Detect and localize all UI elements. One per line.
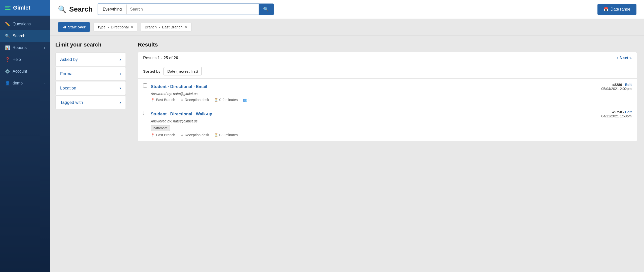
demo-icon: 👤 — [5, 81, 10, 85]
desk-icon-1: 🖥 — [180, 98, 183, 102]
result-id-2: #5750 — [612, 110, 622, 114]
result-answered-1: Answered by: nate@gimlet.us — [151, 92, 632, 96]
results-total: 26 — [174, 56, 178, 60]
search-input[interactable] — [127, 5, 259, 14]
logo-bar-3 — [5, 9, 11, 10]
filter-option-location[interactable]: Location › — [55, 81, 126, 95]
sorted-by-label: Sorted by — [143, 69, 160, 73]
result-count-1: 1 — [248, 98, 250, 102]
result-title-1[interactable]: Student · Directional · Email — [151, 84, 207, 89]
result-desk-2: Reception desk — [185, 133, 209, 137]
account-icon: ⚙️ — [5, 69, 10, 74]
demo-arrow-icon: › — [44, 81, 45, 85]
result-edit-link-2[interactable]: Edit — [625, 110, 632, 114]
result-time-2: 0-9 minutes — [219, 133, 238, 137]
result-title-2[interactable]: Student · Directional · Walk-up — [151, 112, 212, 117]
result-meta-right-1: #8280 · Edit 05/04/2021 2:02pm — [601, 83, 632, 91]
sidebar-item-demo-label: demo — [13, 81, 23, 85]
filter-option-format-label: Format — [60, 71, 74, 76]
filter-chip-branch-remove[interactable]: ✕ — [185, 25, 188, 29]
location-icon-1: 📍 — [151, 98, 155, 102]
reports-arrow-icon: › — [44, 46, 45, 50]
time-icon-1: ⏳ — [214, 98, 218, 102]
result-location-2: East Branch — [156, 133, 175, 137]
filters-panel-title: Limit your search — [55, 41, 126, 48]
filter-option-asked-by-label: Asked by — [60, 57, 78, 62]
questions-icon: ✏️ — [5, 22, 10, 26]
result-main-1: Student · Directional · Email #8280 · Ed… — [143, 83, 632, 102]
search-header-icon: 🔍 — [58, 5, 67, 14]
filter-option-tagged-with-label: Tagged with — [60, 100, 83, 105]
filter-chip-branch-label: Branch — [145, 25, 157, 29]
calendar-icon: 📅 — [603, 7, 609, 12]
result-separator-1: · — [623, 83, 625, 87]
result-date-2: 04/11/2021 1:59pm — [601, 114, 632, 118]
filter-chip-type-label: Type — [97, 25, 106, 29]
search-submit-button[interactable]: 🔍 — [259, 4, 273, 15]
logo-bar-2 — [5, 8, 9, 8]
header: 🔍 Search Everything 🔍 📅 Date range — [50, 0, 644, 19]
result-title-row-2: Student · Directional · Walk-up #5750 · … — [151, 110, 632, 118]
filter-chip-branch-arrow: › — [159, 25, 160, 29]
help-icon: ❓ — [5, 57, 10, 62]
date-range-button[interactable]: 📅 Date range — [597, 4, 636, 15]
logo-text: Gimlet — [13, 5, 30, 11]
filter-option-location-arrow: › — [119, 85, 121, 91]
filters-panel: Limit your search Asked by › Format › Lo… — [50, 35, 131, 272]
result-title-row-1: Student · Directional · Email #8280 · Ed… — [151, 83, 632, 91]
filter-option-tagged-with-arrow: › — [119, 100, 121, 105]
sorted-by-row: Sorted by Date (newest first) — [138, 64, 637, 79]
results-panel: Results Results 1 - 25 of 26 • Next » — [131, 35, 644, 272]
result-tags-2: bathroom — [151, 125, 632, 131]
filter-option-format[interactable]: Format › — [55, 67, 126, 81]
filter-option-tagged-with[interactable]: Tagged with › — [55, 96, 126, 109]
filter-option-asked-by[interactable]: Asked by › — [55, 53, 126, 66]
sidebar-item-questions[interactable]: ✏️ Questions — [0, 18, 50, 30]
sidebar-item-help-label: Help — [13, 57, 21, 62]
start-over-button[interactable]: ⏮ Start over — [58, 22, 90, 32]
sidebar-item-reports-label: Reports — [13, 46, 27, 50]
results-count-prefix: Results — [143, 56, 156, 60]
sidebar-item-help[interactable]: ❓ Help — [0, 54, 50, 65]
sidebar-item-account-label: Account — [13, 69, 27, 74]
sidebar-item-reports[interactable]: 📊 Reports › — [0, 42, 50, 54]
logo-icon — [5, 6, 11, 10]
result-body-1: Student · Directional · Email #8280 · Ed… — [151, 83, 632, 102]
sidebar-item-search[interactable]: 🔍 Search — [0, 30, 50, 42]
result-detail-location-2: 📍 East Branch — [151, 133, 175, 137]
logo-bar-1 — [5, 6, 11, 7]
result-main-2: Student · Directional · Walk-up #5750 · … — [143, 110, 632, 137]
people-icon-1: 👥 — [243, 98, 247, 102]
results-container: Results 1 - 25 of 26 • Next » Sorted by … — [138, 52, 637, 141]
sidebar-item-account[interactable]: ⚙️ Account — [0, 65, 50, 77]
result-meta-right-2: #5750 · Edit 04/11/2021 1:59pm — [601, 110, 632, 118]
result-row-2: Student · Directional · Walk-up #5750 · … — [138, 106, 637, 141]
results-next-link[interactable]: • Next » — [617, 56, 632, 60]
sorted-by-value[interactable]: Date (newest first) — [164, 67, 202, 75]
result-time-1: 0-9 minutes — [219, 98, 238, 102]
result-detail-time-2: ⏳ 0-9 minutes — [214, 133, 238, 137]
result-body-2: Student · Directional · Walk-up #5750 · … — [151, 110, 632, 137]
filter-chip-type-remove[interactable]: ✕ — [131, 25, 134, 29]
result-checkbox-2[interactable] — [143, 111, 147, 115]
result-checkbox-1[interactable] — [143, 83, 147, 87]
desk-icon-2: 🖥 — [180, 133, 183, 137]
result-details-1: 📍 East Branch 🖥 Reception desk ⏳ 0-9 min — [151, 98, 632, 102]
result-detail-count-1: 👥 1 — [243, 98, 250, 102]
result-detail-desk-1: 🖥 Reception desk — [180, 98, 209, 102]
sidebar-item-demo[interactable]: 👤 demo › — [0, 77, 50, 89]
content-area: Limit your search Asked by › Format › Lo… — [50, 35, 644, 272]
search-scope-selector[interactable]: Everything — [98, 5, 127, 14]
main-content: 🔍 Search Everything 🔍 📅 Date range ⏮ Sta… — [50, 0, 644, 272]
result-detail-time-1: ⏳ 0-9 minutes — [214, 98, 238, 102]
result-details-2: 📍 East Branch 🖥 Reception desk ⏳ 0-9 min — [151, 133, 632, 137]
filter-chip-type-value: Directional — [111, 25, 129, 29]
results-header: Results 1 - 25 of 26 • Next » — [138, 52, 637, 64]
result-id-1: #8280 — [612, 83, 622, 87]
filter-option-location-label: Location — [60, 86, 76, 91]
result-detail-desk-2: 🖥 Reception desk — [180, 133, 209, 137]
filter-chip-branch-value: East Branch — [162, 25, 183, 29]
sidebar-logo[interactable]: Gimlet — [0, 0, 50, 16]
search-nav-icon: 🔍 — [5, 33, 10, 38]
result-edit-link-1[interactable]: Edit — [625, 83, 632, 87]
